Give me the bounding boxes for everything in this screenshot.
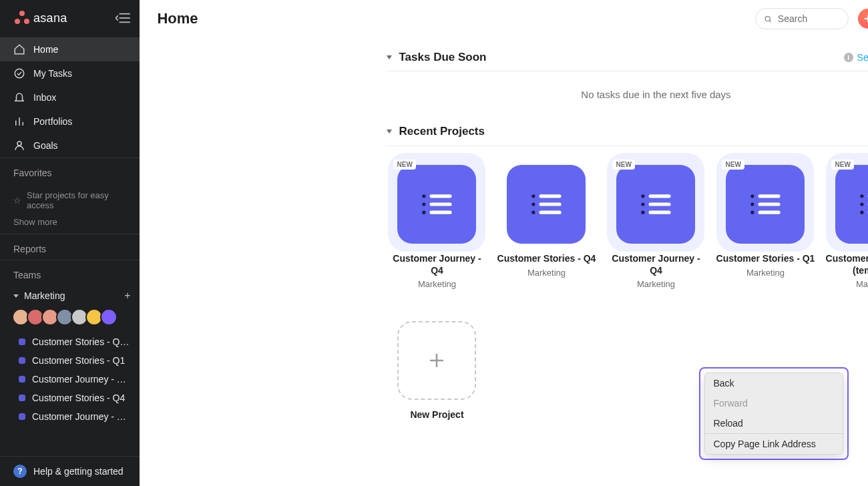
recent-projects-grid: NEWCustomer Journey - Q4MarketingCustome… (387, 158, 868, 289)
ctx-forward: Forward (705, 393, 843, 413)
add-project-button[interactable]: + (124, 290, 130, 302)
check-circle-icon (13, 67, 25, 79)
project-card-subtitle: Marketing (606, 279, 706, 289)
see-all-tasks-link[interactable]: i See all my tasks (844, 52, 868, 63)
nav-my-tasks[interactable]: My Tasks (0, 61, 140, 85)
home-icon (13, 43, 25, 55)
svg-rect-35 (758, 194, 781, 198)
search-icon (764, 14, 772, 24)
favorites-section: Favorites (0, 158, 140, 184)
collapse-toggle-icon[interactable] (387, 55, 392, 59)
sidebar-project-item[interactable]: Customer Stories - Q… (15, 332, 133, 351)
svg-point-40 (861, 194, 864, 198)
info-icon: i (844, 53, 853, 62)
team-marketing[interactable]: Marketing + (0, 286, 140, 304)
logo[interactable]: asana (15, 11, 67, 25)
svg-point-20 (423, 211, 426, 214)
svg-point-16 (423, 194, 426, 198)
new-project-tile (397, 321, 476, 400)
project-card-title: Customer Stories - Q1 (715, 253, 815, 265)
global-create-button[interactable] (858, 9, 868, 29)
ctx-copy-page-link[interactable]: Copy Page Link Address (705, 434, 843, 454)
project-card[interactable]: NEWCustomer Journey - Q4Marketing (606, 158, 706, 289)
new-badge: NEW (393, 160, 415, 170)
svg-point-34 (751, 194, 754, 198)
project-tile (835, 165, 868, 244)
bar-chart-icon (13, 115, 25, 128)
sidebar-project-item[interactable]: Customer Journey - … (15, 407, 133, 426)
project-card[interactable]: NEWCustomer Journey - Q4Marketing (387, 158, 487, 289)
svg-rect-21 (430, 211, 452, 214)
project-tile (507, 165, 586, 244)
search-input[interactable] (778, 13, 841, 24)
project-color-icon (19, 338, 25, 345)
project-card-subtitle: Marketing (387, 279, 487, 289)
help-label: Help & getting started (33, 466, 124, 477)
sidebar-project-label: Customer Journey - … (32, 374, 126, 385)
project-color-icon (19, 357, 25, 364)
plus-icon (427, 350, 447, 371)
collapse-sidebar-button[interactable] (116, 12, 130, 24)
favorites-hint[interactable]: ☆ Star projects for easy access (0, 184, 140, 210)
svg-point-18 (423, 202, 426, 206)
project-color-icon (19, 376, 25, 383)
svg-point-36 (751, 202, 754, 206)
nav-home-label: Home (33, 44, 58, 55)
sidebar-project-item[interactable]: Customer Stories - Q4 (15, 389, 133, 407)
nav-portfolios[interactable]: Portfolios (0, 109, 140, 134)
project-card[interactable]: Customer Stories - Q4Marketing (496, 158, 596, 289)
help-button[interactable]: ? Help & getting started (0, 456, 140, 486)
project-tile (616, 165, 695, 244)
collapse-toggle-icon[interactable] (387, 130, 392, 134)
nav-inbox-label: Inbox (33, 92, 56, 103)
project-card-title: Customer Stories - Q4 (template) (825, 253, 868, 276)
nav-home[interactable]: Home (0, 37, 140, 61)
svg-rect-33 (649, 211, 671, 214)
search-box[interactable] (755, 8, 849, 29)
nav-portfolios-label: Portfolios (33, 116, 72, 127)
logo-text: asana (33, 11, 67, 25)
main: Home Tasks Due Soon i See all my tasks N… (140, 0, 868, 486)
new-project-card[interactable]: New Project (387, 314, 487, 420)
project-card[interactable]: NEWCustomer Stories - Q4 (template)Marke… (825, 158, 868, 289)
new-badge: NEW (612, 160, 634, 170)
person-icon (13, 140, 25, 152)
nav-goals[interactable]: Goals (0, 134, 140, 158)
svg-point-8 (766, 16, 771, 21)
team-avatars (0, 304, 140, 332)
svg-rect-37 (758, 202, 781, 206)
logo-icon (15, 11, 29, 25)
svg-point-24 (532, 202, 535, 206)
svg-point-30 (642, 202, 645, 206)
favorites-heading: Favorites (13, 168, 126, 178)
team-member-avatar[interactable] (100, 308, 118, 326)
favorites-show-more[interactable]: Show more (0, 210, 140, 234)
nav-my-tasks-label: My Tasks (33, 68, 72, 79)
project-card-title: Customer Journey - Q4 (606, 253, 706, 276)
svg-rect-27 (539, 211, 562, 214)
recent-projects-header: Recent Projects (387, 124, 868, 146)
project-tile (397, 165, 476, 244)
project-card-title: Customer Journey - Q4 (387, 253, 487, 276)
favorites-hint-text: Star projects for easy access (27, 190, 126, 210)
project-tile (726, 165, 805, 244)
tasks-due-empty: No tasks due in the next five days (387, 71, 868, 124)
ctx-reload[interactable]: Reload (705, 413, 843, 433)
nav-inbox[interactable]: Inbox (0, 85, 140, 109)
teams-section: Teams (0, 260, 140, 286)
sidebar-project-label: Customer Stories - Q… (32, 336, 129, 347)
project-card-subtitle: Marketing (825, 279, 868, 289)
svg-point-28 (642, 194, 645, 198)
svg-point-38 (751, 211, 754, 214)
svg-point-32 (642, 211, 645, 214)
ctx-back[interactable]: Back (705, 373, 843, 393)
project-card[interactable]: NEWCustomer Stories - Q1Marketing (715, 158, 815, 289)
reports-heading: Reports (13, 244, 126, 254)
page-title: Home (157, 10, 198, 27)
sidebar-project-item[interactable]: Customer Stories - Q1 (15, 351, 133, 370)
reports-section[interactable]: Reports (0, 234, 140, 260)
project-card-title: Customer Stories - Q4 (496, 253, 596, 265)
sidebar-project-item[interactable]: Customer Journey - … (15, 370, 133, 389)
sidebar-project-label: Customer Journey - … (32, 411, 126, 422)
sidebar-project-label: Customer Stories - Q1 (32, 355, 125, 366)
